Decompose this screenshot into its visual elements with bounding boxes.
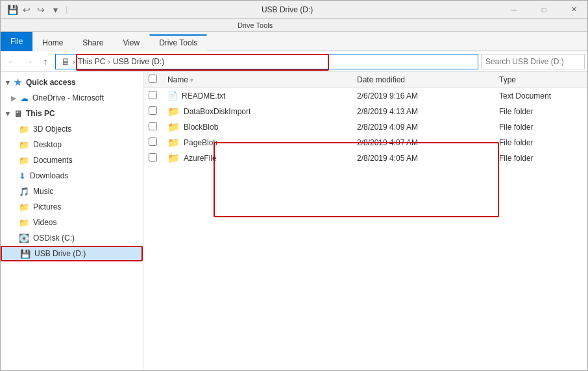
row-checkbox[interactable]	[149, 153, 157, 162]
select-all-checkbox[interactable]	[149, 75, 157, 83]
file-date: 2/8/2019 4:09 AM	[357, 123, 418, 132]
file-type: File folder	[499, 107, 533, 116]
sidebar: ▾ ★ Quick access ▶ ☁ OneDrive - Microsof…	[1, 72, 143, 371]
tab-file-label: File	[10, 37, 23, 46]
table-header-row: Name ▾ Date modified Type	[143, 72, 588, 88]
folder-videos-icon: 📁	[19, 218, 29, 228]
sidebar-item-pictures[interactable]: 📁 Pictures	[1, 199, 143, 215]
breadcrumb-usb: USB Drive (D:)	[113, 57, 164, 66]
tab-home[interactable]: Home	[32, 34, 73, 51]
close-button[interactable]: ✕	[559, 1, 588, 19]
checkbox-header[interactable]	[143, 72, 162, 88]
file-name-cell[interactable]: 📁 AzureFile	[162, 150, 352, 166]
up-button[interactable]: ↑	[38, 54, 53, 69]
back-button[interactable]: ←	[5, 54, 19, 69]
file-date: 2/8/2019 4:13 AM	[357, 107, 418, 116]
chevron-icon: ▾	[6, 78, 10, 87]
ribbon-tabs: File Home Share View Drive Tools	[1, 32, 588, 51]
file-name: DataBoxDiskImport	[184, 107, 251, 116]
tab-share[interactable]: Share	[73, 34, 113, 51]
save-icon[interactable]: 💾	[6, 3, 19, 16]
row-checkbox[interactable]	[149, 122, 157, 130]
sidebar-item-documents[interactable]: 📁 Documents	[1, 152, 143, 168]
row-checkbox[interactable]	[149, 106, 157, 115]
file-type-cell: Text Document	[494, 88, 588, 104]
table-row[interactable]: 📄 README.txt 2/6/2019 9:16 AM Text Docum…	[143, 88, 588, 104]
sidebar-onedrive-label: OneDrive - Microsoft	[32, 93, 104, 102]
tab-file[interactable]: File	[1, 32, 32, 51]
file-date-cell: 2/8/2019 4:09 AM	[352, 119, 494, 135]
file-date-cell: 2/8/2019 4:05 AM	[352, 150, 494, 166]
txt-icon: 📄	[167, 91, 178, 101]
file-type-cell: File folder	[494, 119, 588, 135]
breadcrumb: 🖥 › This PC › USB Drive (D:)	[61, 56, 164, 67]
tab-home-label: Home	[42, 38, 63, 47]
sidebar-item-onedrive[interactable]: ▶ ☁ OneDrive - Microsoft	[1, 90, 143, 106]
row-checkbox-cell[interactable]	[143, 119, 162, 135]
file-date-cell: 2/8/2019 4:13 AM	[352, 104, 494, 119]
sidebar-pictures-label: Pictures	[33, 202, 61, 211]
table-row[interactable]: 📁 AzureFile 2/8/2019 4:05 AM File folder	[143, 150, 588, 166]
forward-button[interactable]: →	[21, 54, 36, 69]
table-row[interactable]: 📁 DataBoxDiskImport 2/8/2019 4:13 AM Fil…	[143, 104, 588, 119]
sidebar-item-downloads[interactable]: ⬇ Downloads	[1, 168, 143, 184]
sidebar-item-osdisk[interactable]: 💽 OSDisk (C:)	[1, 230, 143, 246]
row-checkbox-cell[interactable]	[143, 104, 162, 119]
address-box[interactable]: 🖥 › This PC › USB Drive (D:)	[55, 54, 478, 69]
table-row[interactable]: 📁 BlockBlob 2/8/2019 4:09 AM File folder	[143, 119, 588, 135]
file-date-cell: 2/8/2019 4:07 AM	[352, 135, 494, 150]
col-type[interactable]: Type	[494, 72, 588, 88]
sidebar-section-quick-access[interactable]: ▾ ★ Quick access	[1, 75, 143, 90]
row-checkbox[interactable]	[149, 91, 157, 99]
sidebar-downloads-label: Downloads	[30, 171, 68, 180]
folder-3d-icon: 📁	[19, 125, 29, 134]
file-type-cell: File folder	[494, 104, 588, 119]
file-type-cell: File folder	[494, 150, 588, 166]
col-date[interactable]: Date modified	[352, 72, 494, 88]
sidebar-item-3d-objects[interactable]: 📁 3D Objects	[1, 121, 143, 137]
table-row[interactable]: 📁 PageBlob 2/8/2019 4:07 AM File folder	[143, 135, 588, 150]
folder-pictures-icon: 📁	[19, 202, 29, 212]
tab-drive-tools[interactable]: Drive Tools	[149, 34, 207, 51]
sidebar-osdisk-label: OSDisk (C:)	[33, 233, 75, 243]
pc-icon: 🖥	[14, 109, 22, 119]
sidebar-videos-label: Videos	[33, 218, 56, 227]
expand-icon: ▶	[11, 94, 16, 102]
minimize-button[interactable]: ─	[499, 1, 529, 19]
sidebar-documents-label: Documents	[33, 156, 73, 165]
file-name-cell[interactable]: 📁 BlockBlob	[162, 119, 352, 135]
drive-tools-label: Drive Tools	[238, 21, 273, 29]
file-name: README.txt	[182, 91, 225, 101]
file-name-cell[interactable]: 📁 PageBlob	[162, 135, 352, 150]
redo-icon[interactable]: ↪	[34, 3, 47, 16]
col-name[interactable]: Name ▾	[162, 72, 352, 88]
file-name-cell[interactable]: 📁 DataBoxDiskImport	[162, 104, 352, 119]
sidebar-item-usb-drive[interactable]: 💾 USB Drive (D:)	[1, 246, 143, 261]
file-type: File folder	[499, 123, 533, 132]
row-checkbox-cell[interactable]	[143, 135, 162, 150]
sidebar-this-pc-label: This PC	[26, 109, 55, 118]
sidebar-desktop-label: Desktop	[33, 140, 62, 149]
dropdown-icon[interactable]: ▾	[49, 3, 62, 16]
address-bar: ← → ↑ 🖥 › This PC › USB Drive (D:)	[1, 51, 588, 72]
row-checkbox-cell[interactable]	[143, 88, 162, 104]
sidebar-quick-access-label: Quick access	[26, 78, 76, 87]
file-type: File folder	[499, 154, 533, 163]
top-bar: 💾 ↩ ↪ ▾ | USB Drive (D:) ─ □ ✕	[1, 1, 588, 19]
sidebar-item-desktop[interactable]: 📁 Desktop	[1, 137, 143, 152]
file-type-cell: File folder	[494, 135, 588, 150]
file-name: BlockBlob	[184, 123, 218, 132]
folder-music-icon: 🎵	[19, 187, 29, 197]
folder-icon: 📁	[167, 106, 180, 117]
row-checkbox-cell[interactable]	[143, 150, 162, 166]
file-name-cell[interactable]: 📄 README.txt	[162, 88, 352, 104]
sidebar-item-music[interactable]: 🎵 Music	[1, 184, 143, 199]
row-checkbox[interactable]	[149, 138, 157, 146]
maximize-button[interactable]: □	[529, 1, 559, 19]
tab-view[interactable]: View	[113, 34, 149, 51]
file-date-cell: 2/6/2019 9:16 AM	[352, 88, 494, 104]
search-input[interactable]	[481, 54, 585, 69]
sidebar-item-videos[interactable]: 📁 Videos	[1, 215, 143, 230]
undo-icon[interactable]: ↩	[20, 3, 33, 16]
sidebar-this-pc[interactable]: ▾ 🖥 This PC	[1, 106, 143, 121]
